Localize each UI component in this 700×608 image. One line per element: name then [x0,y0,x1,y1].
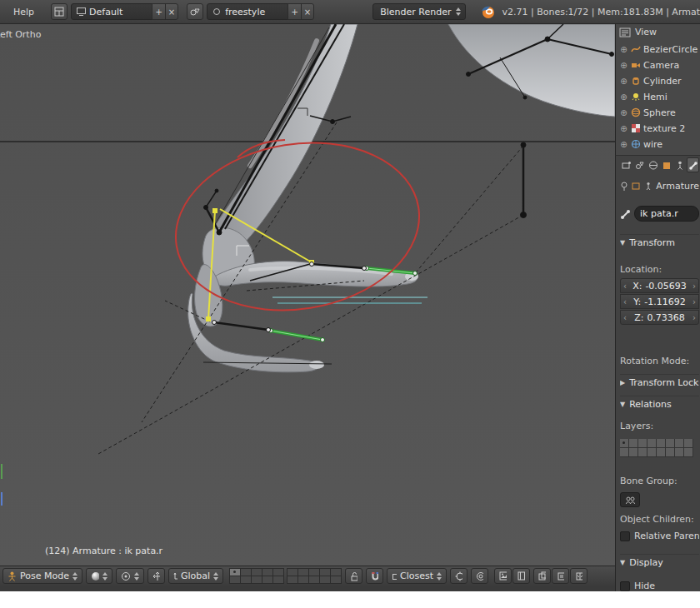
view-layers [230,569,342,584]
snap-element-select[interactable]: Closest [387,568,447,584]
snap-target-button[interactable] [450,568,468,584]
outliner-item-wire[interactable]: ⊕ wire [619,137,662,152]
scene-add-button[interactable]: + [288,3,301,20]
screen-unlink-button[interactable]: × [165,3,178,20]
panel-header-transform[interactable]: ▼ Transform [620,234,699,248]
bone-group-select[interactable] [620,492,640,507]
editor-type-button[interactable] [51,3,68,20]
outliner-item-beziercircle[interactable]: ⊕ BezierCircle [619,42,698,57]
scene-icon [190,7,200,17]
curve-icon [631,44,641,54]
panel-header-relations[interactable]: ▼ Relations [620,396,699,410]
increment-icon[interactable]: › [692,297,696,306]
snap-element-icon [392,571,397,581]
scene-unlink-button[interactable]: × [301,3,314,20]
orientation-select[interactable]: Global [168,568,223,584]
item-label: wire [643,139,662,150]
tab-bone[interactable] [687,157,699,172]
blender-logo-icon [481,4,495,19]
lock-to-scene-toggle[interactable] [345,568,362,584]
render-engine-select[interactable]: Blender Render [372,3,466,20]
bone-name-input[interactable]: ik pata.r [634,206,699,222]
opengl-render-anim-button[interactable] [512,568,530,584]
pivot-select[interactable] [116,568,144,584]
shading-sphere-icon [91,571,99,581]
outliner-view-menu[interactable]: View [635,27,657,37]
paste-pose-button[interactable] [552,568,569,584]
tab-armature-data[interactable] [673,157,686,172]
tab-scene[interactable] [633,157,646,172]
panel-expand-icon[interactable]: ▼ [620,239,625,247]
breadcrumb-label[interactable]: Armature [656,181,699,192]
outliner-item-camera[interactable]: ⊕ Camera [619,57,679,72]
viewport-3d[interactable]: Left Ortho (124) Armature : ik pata.r [0,24,615,566]
panel-title: Transform Locks [629,377,699,388]
panel-expand-icon[interactable]: ▼ [620,401,625,408]
outliner-item-hemi[interactable]: ⊕ Hemi [619,89,668,104]
expander-icon[interactable]: ⊕ [619,140,628,149]
paste-flipped-button[interactable] [570,568,588,584]
panel-expand-icon[interactable]: ▶ [620,379,625,386]
location-x-field[interactable]: ‹ X:-0.05693 › [620,278,699,293]
expander-icon[interactable]: ⊕ [619,61,628,70]
increment-icon[interactable]: › [692,313,696,322]
scene-field[interactable]: freestyle [207,3,288,20]
relative-parenting-checkbox[interactable] [620,531,630,541]
screen-add-button[interactable]: + [152,3,165,20]
pin-icon[interactable] [620,182,628,192]
axis-label: Y: [633,297,641,307]
render-engine-value: Blender Render [380,7,451,17]
mode-select[interactable]: Pose Mode [2,568,82,584]
expander-icon[interactable]: ⊕ [619,77,628,86]
copy-pose-button[interactable] [533,568,551,584]
menu-help[interactable]: Help [8,5,39,19]
tab-object[interactable] [660,157,672,172]
panel-header-display[interactable]: ▼ Display [620,554,699,568]
blender-window: Help Default + × freestyle + × Blender R… [0,0,700,608]
expander-icon[interactable]: ⊕ [619,45,628,54]
screen-layout-field[interactable]: Default [71,3,152,20]
outliner-item-sphere[interactable]: ⊕ Sphere [619,105,676,120]
magnet-icon [371,571,378,581]
outliner-item-cylinder[interactable]: ⊕ Cylinder [619,73,682,88]
render-anim-icon [518,571,525,581]
tab-world[interactable] [647,157,659,172]
dropdown-arrows-icon [437,572,442,581]
desktop-background [0,591,700,608]
expander-icon[interactable]: ⊕ [619,108,628,117]
properties-panel: Armature ik pata.r ▼ Transform Location:… [615,155,700,591]
viewport-canvas[interactable]: Left Ortho (124) Armature : ik pata.r [0,24,615,566]
opengl-render-still-button[interactable] [494,568,512,584]
axis-icon [173,571,178,581]
manipulator-toggle[interactable] [148,568,165,584]
copy-icon [538,571,546,581]
location-z-field[interactable]: ‹ Z:0.73368 › [620,310,699,325]
layer-group-2[interactable] [288,569,342,584]
expander-icon[interactable]: ⊕ [619,92,628,102]
scene-browse-button[interactable] [187,3,203,20]
render-button-group [494,568,530,584]
proportional-edit-button[interactable] [471,568,488,584]
outliner-item-texture2[interactable]: ⊕ texture 2 [619,121,685,136]
snap-toggle[interactable] [366,568,383,584]
layer-group-1[interactable] [230,569,284,584]
panel-expand-icon[interactable]: ▼ [620,559,625,566]
axis-label: Z: [634,312,643,323]
outliner-editor-icon[interactable] [619,27,631,37]
expander-icon[interactable]: ⊕ [619,124,628,133]
bone-layers-grid[interactable] [620,439,699,457]
increment-icon[interactable]: › [692,282,696,291]
group-icon [625,496,636,505]
camera-icon [631,60,641,70]
location-y-field[interactable]: ‹ Y:-1.11692 › [620,294,699,309]
paste-flip-icon [575,571,582,581]
hide-checkbox[interactable] [620,581,630,591]
shading-select[interactable] [86,568,112,584]
hide-label: Hide [634,581,655,591]
viewport-header-bar: Pose Mode Global [0,566,615,586]
panel-header-transform-locks[interactable]: ▶ Transform Locks [620,374,699,388]
outliner-header: View [619,27,657,37]
snap-target-icon [455,571,462,581]
tab-render[interactable] [620,157,632,172]
lock-icon [350,571,358,581]
